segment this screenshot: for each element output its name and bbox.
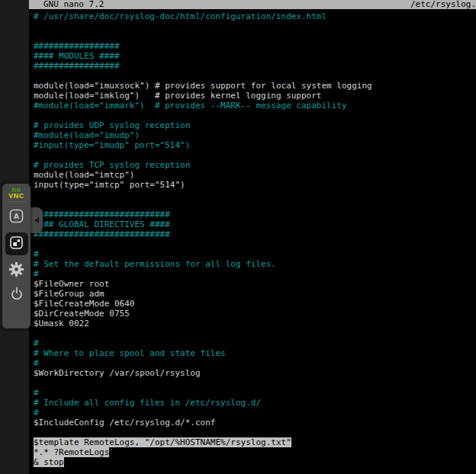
- editor-line: module(load="imklog") # provides kernel …: [34, 91, 476, 101]
- novnc-logo: no VNC: [2, 187, 31, 199]
- editor-line: *.* ?RemoteLogs: [34, 447, 476, 457]
- editor-line: module(load="imtcp"): [34, 170, 476, 180]
- editor-line: ###########################: [34, 210, 476, 219]
- editor-line: #################: [34, 61, 476, 71]
- editor-line: $template RemoteLogs, "/opt/%HOSTNAME%/r…: [34, 437, 476, 447]
- editor-line: #: [34, 269, 476, 279]
- editor-line: # provides TCP syslog reception: [34, 160, 476, 170]
- power-icon: [9, 286, 24, 303]
- nano-file-path: /etc/rsyslog.: [410, 0, 476, 9]
- novnc-logo-bottom: VNC: [2, 193, 31, 199]
- nano-titlebar: GNU nano 7.2 /etc/rsyslog.: [29, 0, 476, 9]
- editor-line: #module(load="imudp"): [34, 130, 476, 140]
- editor-line: $IncludeConfig /etc/rsyslog.d/*.conf: [34, 418, 476, 428]
- editor-line: #: [34, 408, 476, 418]
- editor-line: $Umask 0022: [34, 319, 476, 328]
- control-bar-handle[interactable]: [30, 207, 43, 233]
- editor-line: & stop: [34, 457, 476, 467]
- power-button[interactable]: [6, 284, 27, 304]
- panel-divider: [7, 201, 26, 202]
- editor-line: #: [34, 338, 476, 348]
- editor-line: [34, 21, 476, 31]
- editor-line: [34, 378, 476, 388]
- editor-line: #### GLOBAL DIRECTIVES ####: [34, 219, 476, 229]
- editor-line: # provides UDP syslog reception: [34, 120, 476, 130]
- keyboard-button[interactable]: A: [6, 207, 27, 227]
- editor-line: [34, 150, 476, 160]
- editor-line: [34, 239, 476, 249]
- editor-line: $DirCreateMode 0755: [34, 309, 476, 319]
- terminal-screen[interactable]: GNU nano 7.2 /etc/rsyslog. # /usr/share/…: [29, 0, 476, 474]
- editor-line: #### MODULES ####: [34, 51, 476, 61]
- editor-line: #################: [34, 41, 476, 51]
- editor-line: [34, 110, 476, 120]
- editor-line: $WorkDirectory /var/spool/rsyslog: [34, 368, 476, 378]
- keyboard-key-icon: A: [9, 209, 24, 226]
- editor-line: # Where to place spool and state files: [34, 348, 476, 358]
- editor-line: #: [34, 358, 476, 368]
- svg-text:A: A: [14, 213, 19, 220]
- editor-line: [34, 71, 476, 81]
- editor-line: $FileCreateMode 0640: [34, 299, 476, 309]
- editor-line: [34, 328, 476, 338]
- editor-line: [34, 190, 476, 200]
- editor-line: [34, 428, 476, 437]
- editor-line: #: [34, 249, 476, 259]
- editor-line: #module(load="immark") # provides --MARK…: [34, 101, 476, 110]
- editor-line: # Set the default permissions for all lo…: [34, 259, 476, 269]
- nano-app-title: GNU nano 7.2: [43, 0, 104, 9]
- editor-line: $FileGroup adm: [34, 289, 476, 299]
- fullscreen-button[interactable]: [5, 232, 28, 255]
- editor-lines[interactable]: # /usr/share/doc/rsyslog-doc/html/config…: [29, 9, 476, 467]
- editor-line: module(load="imuxsock") # provides suppo…: [34, 81, 476, 91]
- collapse-arrow-icon: [34, 217, 39, 223]
- editor-line: #input(type="imudp" port="514"): [34, 140, 476, 150]
- editor-line: [34, 200, 476, 210]
- settings-button[interactable]: [6, 261, 27, 280]
- editor-line: ###########################: [34, 229, 476, 239]
- fullscreen-icon: [9, 235, 24, 252]
- editor-line: [34, 31, 476, 41]
- editor-line: $FileOwner root: [34, 279, 476, 289]
- editor-line: #: [34, 388, 476, 398]
- editor-line: input(type="imtcp" port="514"): [34, 180, 476, 190]
- gear-icon: [8, 261, 24, 280]
- vnc-control-bar: no VNC A: [2, 184, 31, 328]
- editor-line: # Include all config files in /etc/rsysl…: [34, 398, 476, 408]
- editor-line: # /usr/share/doc/rsyslog-doc/html/config…: [34, 11, 476, 21]
